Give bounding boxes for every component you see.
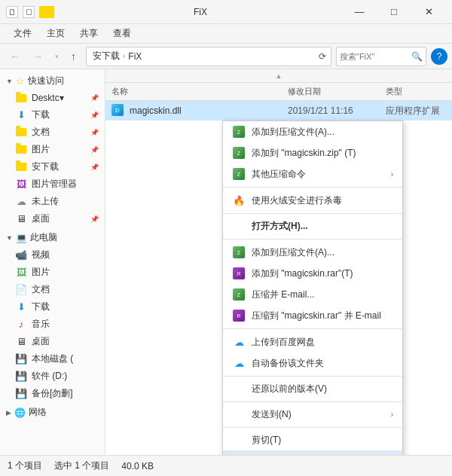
context-menu: Z 添加到压缩文件(A)... Z 添加到 "magicskin.zip" (T…	[222, 121, 403, 455]
address-bar[interactable]: 安下载 › FiX ⟳	[86, 47, 331, 66]
sidebar-item-downloads-label: 下载	[32, 108, 50, 121]
folder-icon-pics	[15, 144, 27, 156]
pin-icon-4: 📌	[90, 163, 99, 171]
recent-button[interactable]: ▾	[50, 47, 64, 66]
close-button[interactable]: ✕	[411, 0, 446, 24]
sidebar-item-images[interactable]: 🖼 图片	[0, 264, 105, 281]
properties-icon[interactable]: ◻	[23, 6, 35, 18]
network-icon: 🌐	[14, 407, 26, 418]
sidebar-item-imgmgr[interactable]: 🖼 图片管理器	[0, 175, 105, 193]
minimize-button[interactable]: —	[342, 0, 377, 24]
ctx-compress-email[interactable]: Z 压缩并 E-mail...	[223, 284, 402, 305]
main-area: ▼ ☆ 快速访问 Desktc▾ 📌 ⬇ 下载 📌 文档 📌 图片	[0, 69, 452, 455]
sidebar-item-docs-pc[interactable]: 📄 文档	[0, 281, 105, 298]
network-label: 网络	[29, 406, 47, 419]
network-arrow: ▶	[6, 409, 11, 416]
up-button[interactable]: ↑	[66, 47, 81, 66]
this-pc-header[interactable]: ▼ 💻 此电脑	[0, 229, 105, 246]
ctx-sep-6	[223, 401, 402, 402]
menu-share[interactable]: 共享	[72, 24, 105, 43]
sidebar-item-music[interactable]: ♪ 音乐	[0, 316, 105, 333]
sidebar-item-video[interactable]: 📹 视频	[0, 246, 105, 264]
sidebar-item-backup-label: 备份[勿删]	[32, 387, 73, 400]
sidebar-item-an-downloads[interactable]: 安下载 📌	[0, 158, 105, 175]
col-type[interactable]: 类型	[386, 86, 446, 97]
this-pc-arrow: ▼	[6, 234, 13, 242]
ctx-add-magicskin-zip[interactable]: Z 添加到 "magicskin.zip" (T)	[223, 142, 402, 163]
status-count: 1 个项目	[8, 459, 42, 472]
back-button[interactable]: ←	[5, 47, 26, 66]
ctx-copy[interactable]: 复制(C)	[223, 450, 402, 455]
table-row[interactable]: D magicskin.dll 2019/1/21 11:16 应用程序扩展	[105, 101, 452, 121]
sidebar-item-desktop-pc-label: 桌面	[32, 335, 50, 348]
ctx-zip-icon-2: Z	[232, 167, 246, 181]
docs-icon: 📄	[15, 284, 27, 296]
new-folder-icon[interactable]: 🗋	[6, 6, 18, 18]
crumb-arrow: ›	[123, 52, 125, 60]
window-title: FiX	[59, 7, 342, 17]
sidebar-item-local-disk-label: 本地磁盘 (	[32, 352, 73, 365]
network-header[interactable]: ▶ 🌐 网络	[0, 404, 105, 421]
ctx-sep-5	[223, 376, 402, 377]
ctx-restore[interactable]: 还原以前的版本(V)	[223, 379, 402, 399]
ctx-zip-icon-1: Z	[232, 146, 246, 160]
sidebar-item-download-pc[interactable]: ⬇ 下载	[0, 298, 105, 316]
ctx-sep-3	[223, 239, 402, 240]
sidebar-item-not-uploaded-label: 未上传	[32, 195, 59, 208]
ctx-add-zip[interactable]: Z 添加到压缩文件(A)...	[223, 121, 402, 142]
status-selected: 选中 1 个项目	[54, 459, 109, 472]
sidebar-item-desktop-qa-label: 桌面	[32, 212, 50, 225]
col-name[interactable]: 名称	[111, 86, 288, 97]
ctx-open-with[interactable]: 打开方式(H)...	[223, 216, 402, 236]
ctx-baidu-upload[interactable]: ☁ 上传到百度网盘	[223, 331, 402, 352]
folder-icon-an	[15, 161, 27, 173]
sidebar-item-desktop-qa[interactable]: 🖥 桌面 📌	[0, 210, 105, 227]
ctx-fire-icon: 🔥	[232, 194, 246, 207]
help-button[interactable]: ?	[431, 48, 447, 65]
ctx-sep-1	[223, 187, 402, 188]
sidebar-item-pictures-label: 图片	[32, 143, 50, 156]
sidebar-item-desktop-c[interactable]: Desktc▾ 📌	[0, 90, 105, 106]
ctx-sep-4	[223, 328, 402, 329]
sidebar: ▼ ☆ 快速访问 Desktc▾ 📌 ⬇ 下载 📌 文档 📌 图片	[0, 69, 105, 455]
sidebar-item-local-disk[interactable]: 💾 本地磁盘 (	[0, 350, 105, 368]
forward-button[interactable]: →	[27, 47, 48, 66]
maximize-button[interactable]: □	[377, 0, 411, 24]
sidebar-item-downloads[interactable]: ⬇ 下载 📌	[0, 106, 105, 124]
menu-home[interactable]: 主页	[39, 24, 72, 43]
ctx-add-rar[interactable]: R 添加到 "magicskin.rar"(T)	[223, 263, 402, 284]
ctx-zip-icon-4: Z	[232, 288, 246, 301]
ctx-auto-backup[interactable]: ☁ 自动备份该文件夹	[223, 352, 402, 374]
search-icon[interactable]: 🔍	[408, 51, 426, 62]
folder-icon-docs	[15, 127, 27, 139]
sidebar-item-not-uploaded[interactable]: ☁ 未上传	[0, 193, 105, 210]
ctx-send-to[interactable]: 发送到(N) ›	[223, 404, 402, 425]
ctx-add-zip2[interactable]: Z 添加到压缩文件(A)...	[223, 242, 402, 263]
crumb-fix[interactable]: FiX	[128, 51, 142, 62]
menu-view[interactable]: 查看	[105, 24, 139, 43]
sidebar-item-download-pc-label: 下载	[32, 301, 50, 313]
dll-file-icon: D	[111, 104, 125, 117]
sidebar-item-desktop-pc[interactable]: 🖥 桌面	[0, 333, 105, 350]
status-bar: 1 个项目 选中 1 个项目 40.0 KB	[0, 455, 452, 476]
sidebar-item-music-label: 音乐	[32, 318, 50, 331]
crumb-downloads[interactable]: 安下载	[93, 50, 120, 63]
search-input[interactable]	[337, 52, 408, 61]
col-date[interactable]: 修改日期	[288, 86, 386, 97]
sidebar-item-images-label: 图片	[32, 266, 50, 279]
sidebar-item-pictures[interactable]: 图片 📌	[0, 141, 105, 158]
ctx-other-compress[interactable]: Z 其他压缩命令 ›	[223, 163, 402, 185]
sidebar-item-backup[interactable]: 💾 备份[勿删]	[0, 385, 105, 402]
quick-access-header[interactable]: ▼ ☆ 快速访问	[0, 72, 105, 90]
ctx-compress-rar-email[interactable]: R 压缩到 "magicskin.rar" 并 E-mail	[223, 305, 402, 326]
desktop-icon: 🖥	[15, 213, 27, 225]
pin-icon-2: 📌	[90, 129, 99, 136]
menu-file[interactable]: 文件	[6, 24, 39, 43]
quick-access-label: 快速访问	[28, 75, 64, 87]
address-refresh-button[interactable]: ⟳	[314, 51, 331, 62]
sidebar-item-documents[interactable]: 文档 📌	[0, 124, 105, 141]
ctx-cut[interactable]: 剪切(T)	[223, 430, 402, 450]
ctx-antivirus[interactable]: 🔥 使用火绒安全进行杀毒	[223, 190, 402, 211]
sidebar-item-video-label: 视频	[32, 249, 50, 261]
sidebar-item-software-d[interactable]: 💾 软件 (D:)	[0, 368, 105, 385]
